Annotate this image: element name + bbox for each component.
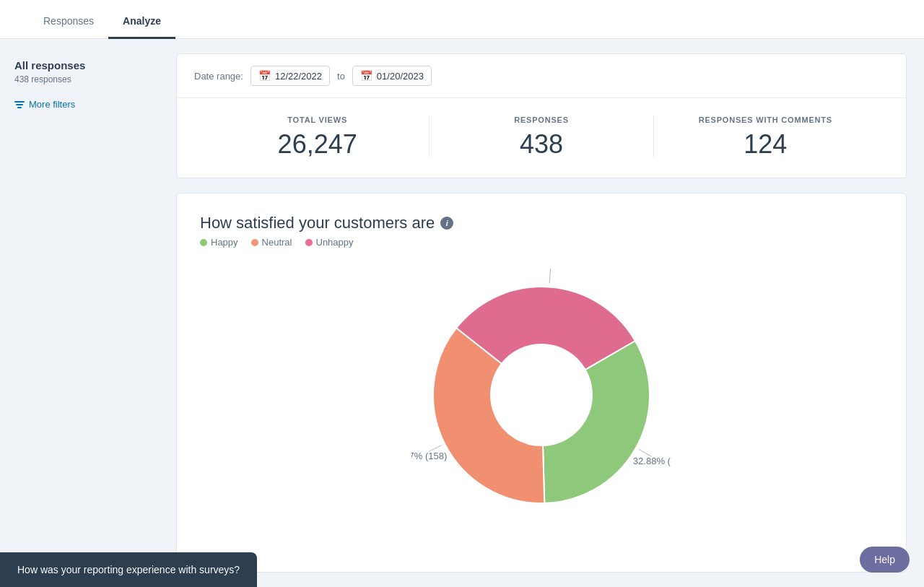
legend-unhappy-label: Unhappy [316,237,354,248]
sidebar: All responses 438 responses More filters [0,39,159,587]
more-filters-button[interactable]: More filters [14,99,75,110]
main-layout: All responses 438 responses More filters… [0,39,924,587]
date-separator: to [337,71,345,82]
date-from-input[interactable]: 📅 12/22/2022 [250,66,330,86]
sidebar-subtitle: 438 responses [14,74,144,84]
legend-neutral-label: Neutral [262,237,292,248]
legend-happy-label: Happy [211,237,238,248]
chart-title-row: How satisfied your customers are i [200,214,883,232]
feedback-bar: How was your reporting experience with s… [0,552,257,587]
svg-text:32.88% (144): 32.88% (144) [633,456,671,466]
legend-unhappy: Unhappy [305,237,354,248]
stat-responses-value: 438 [444,131,638,157]
svg-text:36.07% (158): 36.07% (158) [411,451,447,461]
svg-line-5 [549,269,550,283]
stats-row: TOTAL VIEWS 26,247 RESPONSES 438 RESPONS… [177,98,906,178]
stats-card: Date range: 📅 12/22/2022 to 📅 01/20/2023… [176,53,907,178]
date-to-input[interactable]: 📅 01/20/2023 [352,66,432,86]
stat-responses-label: RESPONSES [444,116,638,124]
filter-icon [14,101,25,108]
date-filter-bar: Date range: 📅 12/22/2022 to 📅 01/20/2023 [177,54,906,98]
tab-responses[interactable]: Responses [29,5,108,39]
sidebar-title: All responses [14,59,144,71]
chart-legend: Happy Neutral Unhappy [200,237,883,248]
stat-total-views-label: TOTAL VIEWS [220,116,414,124]
legend-neutral-dot [251,239,258,246]
calendar-to-icon: 📅 [360,70,372,82]
help-button[interactable]: Help [860,547,910,573]
chart-card: How satisfied your customers are i Happy… [176,193,907,573]
date-from-value: 12/22/2022 [275,71,322,82]
legend-happy-dot [200,239,207,246]
donut-chart: 32.88% (144)36.07% (158)31.05% (136) [411,265,671,525]
top-nav: Responses Analyze [0,0,924,39]
main-content: Date range: 📅 12/22/2022 to 📅 01/20/2023… [159,39,924,587]
date-to-value: 01/20/2023 [377,71,424,82]
stat-total-views-value: 26,247 [220,131,414,157]
stat-responses-comments-value: 124 [668,131,863,157]
stat-responses-comments-label: RESPONSES WITH COMMENTS [668,116,863,124]
stat-responses: RESPONSES 438 [430,116,653,157]
info-icon[interactable]: i [440,217,453,230]
tab-analyze[interactable]: Analyze [108,5,175,39]
chart-area: 32.88% (144)36.07% (158)31.05% (136) [200,265,883,527]
stat-responses-comments: RESPONSES WITH COMMENTS 124 [654,116,877,157]
legend-unhappy-dot [305,239,313,246]
legend-happy: Happy [200,237,238,248]
donut-container: 32.88% (144)36.07% (158)31.05% (136) [411,265,671,527]
chart-title: How satisfied your customers are [200,214,435,232]
calendar-from-icon: 📅 [258,70,271,82]
stat-total-views: TOTAL VIEWS 26,247 [206,116,430,157]
legend-neutral: Neutral [251,237,292,248]
feedback-text: How was your reporting experience with s… [17,564,240,575]
more-filters-label: More filters [29,99,75,110]
date-range-label: Date range: [194,71,243,82]
